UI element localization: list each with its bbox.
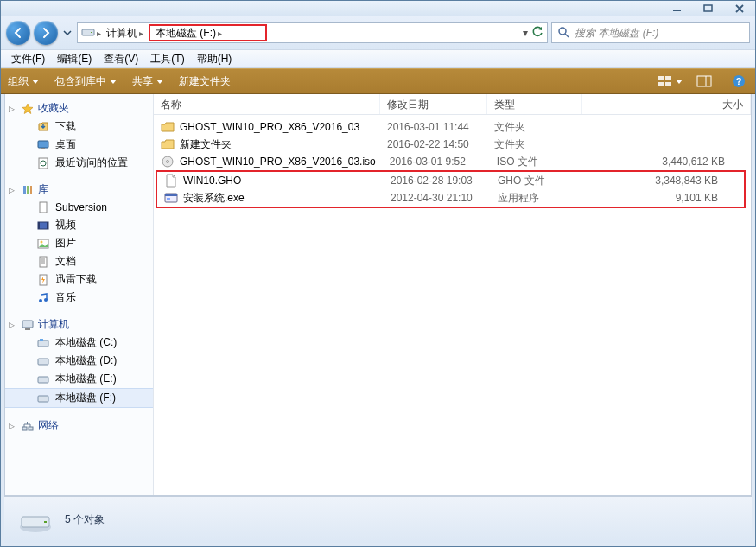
file-type: 文件夹 bbox=[487, 120, 582, 135]
new-folder-button[interactable]: 新建文件夹 bbox=[179, 74, 231, 89]
svg-rect-37 bbox=[25, 328, 30, 330]
sidebar-item-label: 本地磁盘 (D:) bbox=[55, 353, 117, 368]
breadcrumb-computer[interactable]: 计算机 ▸ bbox=[103, 24, 147, 41]
sidebar-item-label: 最近访问的位置 bbox=[55, 156, 128, 170]
svg-rect-44 bbox=[29, 427, 33, 430]
file-row[interactable]: GHOST_WIN10_PRO_X86_V2016_03.iso 2016-03… bbox=[154, 153, 751, 170]
sidebar-item-drive-c[interactable]: 本地磁盘 (C:) bbox=[5, 334, 153, 352]
svg-rect-39 bbox=[40, 339, 43, 341]
sidebar-item-videos[interactable]: 视频 bbox=[5, 216, 153, 234]
menubar: 文件(F) 编辑(E) 查看(V) 工具(T) 帮助(H) bbox=[1, 49, 755, 68]
maximize-button[interactable] bbox=[696, 3, 721, 15]
sidebar-item-desktop[interactable]: 桌面 bbox=[5, 136, 153, 154]
forward-button[interactable] bbox=[34, 21, 58, 45]
sidebar-item-thunder[interactable]: 迅雷下载 bbox=[5, 270, 153, 289]
minimize-button[interactable] bbox=[665, 3, 689, 15]
drive-icon bbox=[36, 372, 50, 386]
file-icon bbox=[164, 174, 178, 188]
close-button[interactable] bbox=[727, 3, 752, 15]
status-bar: 5 个对象 bbox=[4, 496, 752, 543]
svg-rect-56 bbox=[44, 521, 47, 523]
preview-pane-button[interactable] bbox=[695, 73, 714, 89]
sidebar-item-documents[interactable]: 文档 bbox=[5, 252, 153, 270]
sidebar-group-computer: ▷ 计算机 本地磁盘 (C:) 本地磁盘 (D:) 本地磁盘 (E:) 本地磁盘… bbox=[5, 315, 153, 408]
exe-icon bbox=[164, 191, 178, 205]
download-icon bbox=[36, 273, 50, 287]
collapse-icon: ▷ bbox=[9, 422, 15, 430]
address-bar[interactable]: ▸ 计算机 ▸ 本地磁盘 (F:) ▸ ▾ bbox=[77, 22, 548, 43]
svg-point-28 bbox=[41, 240, 43, 243]
sidebar-item-drive-d[interactable]: 本地磁盘 (D:) bbox=[5, 352, 153, 370]
file-name: 安装系统.exe bbox=[183, 191, 245, 206]
sidebar-item-downloads[interactable]: 下载 bbox=[5, 118, 153, 136]
svg-rect-21 bbox=[27, 186, 29, 194]
drive-icon bbox=[36, 336, 50, 350]
search-input[interactable]: 搜索 本地磁盘 (F:) bbox=[551, 22, 750, 43]
file-date: 2016-03-01 11:44 bbox=[380, 121, 487, 133]
column-type[interactable]: 类型 bbox=[487, 94, 582, 114]
menu-tools[interactable]: 工具(T) bbox=[145, 50, 189, 68]
svg-rect-53 bbox=[167, 198, 170, 200]
toolbar-label: 共享 bbox=[132, 74, 153, 89]
chevron-down-icon bbox=[676, 80, 683, 84]
menu-edit[interactable]: 编辑(E) bbox=[52, 50, 97, 68]
music-icon bbox=[36, 291, 50, 305]
sidebar-item-recent[interactable]: 最近访问的位置 bbox=[5, 154, 153, 172]
sidebar-item-label: 本地磁盘 (C:) bbox=[55, 335, 117, 350]
status-text: 5 个对象 bbox=[65, 512, 105, 527]
svg-rect-22 bbox=[30, 186, 32, 194]
sidebar-head-libraries[interactable]: ▷ 库 bbox=[5, 181, 153, 199]
sidebar-item-subversion[interactable]: Subversion bbox=[5, 199, 153, 216]
history-dropdown[interactable] bbox=[61, 24, 73, 41]
sidebar-item-drive-f[interactable]: 本地磁盘 (F:) bbox=[5, 388, 153, 408]
iso-icon bbox=[161, 155, 175, 169]
column-name[interactable]: 名称 bbox=[154, 94, 380, 114]
sidebar-item-drive-e[interactable]: 本地磁盘 (E:) bbox=[5, 370, 153, 388]
sidebar-item-pictures[interactable]: 图片 bbox=[5, 234, 153, 252]
menu-file[interactable]: 文件(F) bbox=[6, 50, 50, 68]
sidebar-head-computer[interactable]: ▷ 计算机 bbox=[5, 315, 153, 334]
breadcrumb-label: 计算机 bbox=[106, 26, 137, 41]
svg-rect-20 bbox=[23, 186, 26, 194]
drive-icon bbox=[18, 506, 53, 534]
sidebar-label: 收藏夹 bbox=[38, 101, 69, 116]
sidebar-item-label: 视频 bbox=[55, 218, 76, 232]
include-in-library-button[interactable]: 包含到库中 bbox=[54, 74, 117, 89]
svg-rect-17 bbox=[41, 148, 45, 149]
file-row[interactable]: WIN10.GHO 2016-02-28 19:03 GHO 文件 3,348,… bbox=[157, 172, 744, 189]
sidebar-head-network[interactable]: ▷ 网络 bbox=[5, 417, 153, 435]
collapse-icon: ▷ bbox=[9, 105, 15, 113]
sidebar-item-label: 文档 bbox=[55, 254, 76, 269]
sidebar-label: 计算机 bbox=[38, 317, 69, 332]
chevron-down-icon bbox=[156, 80, 163, 84]
sidebar-item-music[interactable]: 音乐 bbox=[5, 289, 153, 307]
breadcrumb-current[interactable]: 本地磁盘 (F:) ▸ bbox=[149, 24, 267, 41]
sidebar-head-favorites[interactable]: ▷ 收藏夹 bbox=[5, 99, 153, 118]
help-button[interactable]: ? bbox=[729, 73, 748, 89]
svg-rect-26 bbox=[47, 222, 48, 229]
sidebar-group-network: ▷ 网络 bbox=[5, 417, 153, 435]
file-date: 2016-02-22 14:50 bbox=[380, 138, 487, 150]
share-button[interactable]: 共享 bbox=[132, 74, 163, 89]
file-name: GHOST_WIN10_PRO_X86_V2016_03 bbox=[180, 121, 359, 133]
organize-button[interactable]: 组织 bbox=[8, 74, 39, 89]
chevron-right-icon: ▸ bbox=[139, 29, 143, 38]
chevron-down-icon[interactable]: ▾ bbox=[523, 27, 528, 39]
breadcrumb-label: 本地磁盘 (F:) bbox=[156, 26, 216, 41]
file-size: 3,440,612 KB bbox=[585, 156, 751, 168]
menu-help[interactable]: 帮助(H) bbox=[192, 50, 238, 68]
column-size[interactable]: 大小 bbox=[582, 94, 751, 114]
sidebar-item-label: 本地磁盘 (E:) bbox=[55, 372, 117, 386]
refresh-icon[interactable] bbox=[531, 26, 543, 41]
file-row[interactable]: GHOST_WIN10_PRO_X86_V2016_03 2016-03-01 … bbox=[154, 118, 751, 136]
file-row[interactable]: 新建文件夹 2016-02-22 14:50 文件夹 bbox=[154, 136, 751, 153]
back-button[interactable] bbox=[6, 21, 30, 45]
column-date[interactable]: 修改日期 bbox=[380, 94, 487, 114]
sidebar-item-label: 桌面 bbox=[55, 137, 76, 152]
file-size: 3,348,843 KB bbox=[586, 175, 744, 187]
menu-view[interactable]: 查看(V) bbox=[98, 50, 143, 68]
view-options-button[interactable] bbox=[660, 73, 679, 89]
file-row[interactable]: 安装系统.exe 2012-04-30 21:10 应用程序 9,101 KB bbox=[157, 189, 744, 207]
file-date: 2012-04-30 21:10 bbox=[384, 192, 491, 204]
sidebar-item-label: Subversion bbox=[55, 201, 107, 213]
